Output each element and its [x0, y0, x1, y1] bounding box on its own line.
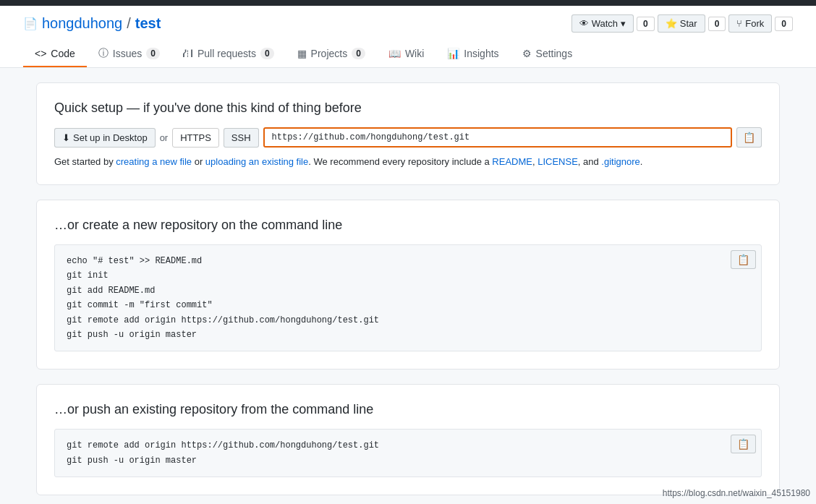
insights-icon: 📊 [447, 48, 459, 59]
clipboard-icon-2: 📋 [737, 254, 749, 265]
tab-issues-label: Issues [113, 48, 142, 59]
repo-owner-link[interactable]: hongduhong [42, 15, 122, 32]
repo-icon: 📄 [23, 17, 38, 30]
get-started-text: Get started by creating a new file or up… [54, 156, 762, 167]
projects-badge: 0 [352, 48, 365, 59]
suffix-text: . We recommend every repository include … [308, 156, 492, 167]
fork-icon: ⑂ [736, 18, 742, 29]
copy-command-line-button[interactable]: 📋 [731, 250, 756, 269]
quick-setup-title: Quick setup — if you've done this kind o… [54, 101, 762, 116]
star-count: 0 [708, 17, 726, 31]
readme-link[interactable]: README [492, 156, 532, 167]
tab-projects-label: Projects [311, 48, 348, 59]
star-label: Star [680, 18, 697, 29]
tab-insights[interactable]: 📊 Insights [435, 41, 510, 67]
gitignore-link[interactable]: .gitignore [601, 156, 639, 167]
watch-chevron: ▾ [621, 18, 626, 29]
https-button[interactable]: HTTPS [172, 128, 219, 148]
code-line-2: git init [67, 268, 749, 283]
watch-label: Watch [592, 18, 618, 29]
repo-actions: 👁 Watch ▾ 0 ⭐ Star 0 ⑂ Fork 0 [571, 14, 793, 33]
clipboard-icon-3: 📋 [737, 438, 749, 450]
nav-tabs: <> Code ⓘ Issues 0 ⛙ Pull requests 0 ▦ P… [0, 41, 816, 67]
copy-push-button[interactable]: 📋 [731, 435, 756, 453]
middle-text: or [192, 156, 205, 167]
tab-settings-label: Settings [536, 48, 573, 59]
tab-wiki-label: Wiki [405, 48, 424, 59]
star-button[interactable]: ⭐ Star [658, 14, 705, 33]
watch-count: 0 [637, 17, 655, 31]
star-icon: ⭐ [666, 18, 677, 29]
url-bar-row: ⬇ Set up in Desktop or HTTPS SSH 📋 [54, 127, 762, 148]
repo-name-link[interactable]: test [135, 15, 161, 32]
desktop-icon: ⬇ [62, 132, 70, 143]
tab-issues[interactable]: ⓘ Issues 0 [87, 41, 171, 67]
watch-button[interactable]: 👁 Watch ▾ [571, 14, 634, 33]
clipboard-icon: 📋 [743, 132, 755, 143]
tab-settings[interactable]: ⚙ Settings [511, 41, 585, 67]
top-bar [0, 0, 816, 6]
projects-icon: ▦ [297, 48, 307, 59]
setup-desktop-button[interactable]: ⬇ Set up in Desktop [54, 128, 156, 148]
push-code-line-1: git remote add origin https://github.com… [67, 438, 749, 453]
license-link[interactable]: LICENSE [537, 156, 578, 167]
tab-pr-label: Pull requests [197, 48, 256, 59]
tab-insights-label: Insights [464, 48, 498, 59]
get-started-prefix: Get started by [54, 156, 116, 167]
settings-icon: ⚙ [522, 48, 532, 59]
command-line-code-container: echo "# test" >> README.md git init git … [54, 244, 762, 351]
main-content: Quick setup — if you've done this kind o… [25, 82, 791, 504]
tab-pull-requests[interactable]: ⛙ Pull requests 0 [171, 41, 286, 67]
tab-code[interactable]: <> Code [23, 41, 87, 67]
quick-setup-section: Quick setup — if you've done this kind o… [36, 82, 780, 185]
repo-header: 📄 hongduhong / test 👁 Watch ▾ 0 ⭐ Star 0… [0, 14, 816, 41]
wiki-icon: 📖 [388, 48, 401, 59]
code-line-1: echo "# test" >> README.md [67, 254, 749, 268]
create-file-link[interactable]: creating a new file [116, 156, 192, 167]
code-line-5: git remote add origin https://github.com… [67, 313, 749, 328]
tab-wiki[interactable]: 📖 Wiki [377, 41, 435, 67]
upload-file-link[interactable]: uploading an existing file [205, 156, 308, 167]
watermark: https://blog.csdn.net/waixin_45151980 [663, 488, 810, 498]
command-line-code: echo "# test" >> README.md git init git … [54, 244, 762, 351]
fork-button[interactable]: ⑂ Fork [728, 14, 772, 33]
repo-separator: / [127, 15, 131, 32]
tab-projects[interactable]: ▦ Projects 0 [286, 41, 377, 67]
push-existing-section: …or push an existing repository from the… [36, 384, 780, 495]
ssh-button[interactable]: SSH [224, 128, 259, 148]
code-icon: <> [35, 48, 46, 59]
code-line-3: git add README.md [67, 283, 749, 298]
pr-icon: ⛙ [183, 48, 193, 59]
eye-icon: 👁 [579, 18, 589, 29]
command-line-title: …or create a new repository on the comma… [54, 218, 762, 233]
code-line-6: git push -u origin master [67, 328, 749, 342]
setup-desktop-label: Set up in Desktop [73, 132, 148, 143]
push-existing-code-container: git remote add origin https://github.com… [54, 429, 762, 477]
issues-badge: 0 [146, 48, 160, 59]
issues-icon: ⓘ [98, 47, 109, 60]
command-line-section: …or create a new repository on the comma… [36, 200, 780, 370]
or-text: or [160, 132, 169, 143]
fork-label: Fork [745, 18, 764, 29]
repo-title: 📄 hongduhong / test [23, 15, 161, 32]
tab-code-label: Code [51, 48, 75, 59]
header-area: 📄 hongduhong / test 👁 Watch ▾ 0 ⭐ Star 0… [0, 6, 816, 68]
fork-count: 0 [775, 17, 793, 31]
copy-url-button[interactable]: 📋 [736, 127, 762, 148]
period: . [640, 156, 643, 167]
pr-badge: 0 [260, 48, 274, 59]
repo-url-input[interactable] [263, 127, 732, 148]
push-code-line-2: git push -u origin master [67, 453, 749, 468]
push-existing-code: git remote add origin https://github.com… [54, 429, 762, 477]
code-line-4: git commit -m "first commit" [67, 298, 749, 312]
and-text: , and [578, 156, 602, 167]
push-existing-title: …or push an existing repository from the… [54, 402, 762, 417]
